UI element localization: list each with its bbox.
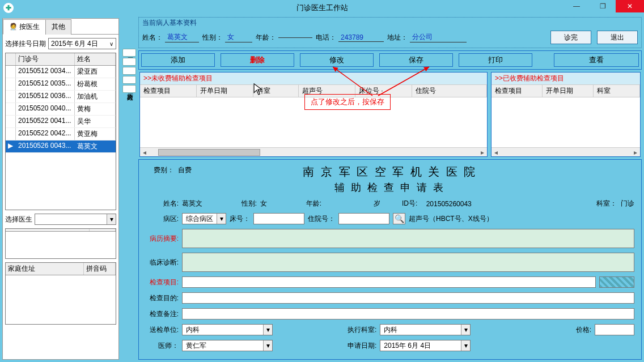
registration-row[interactable]: 20150522 0042...黄亚梅 [6, 128, 116, 140]
exam-request-form: 费别： 自费 南 京 军 区 空 军 机 关 医 院 辅 助 检 查 申 请 表… [138, 159, 642, 360]
form-subtitle: 辅 助 检 查 申 请 表 [146, 181, 634, 194]
unpaid-tests-table[interactable]: >>未收费辅助检查项目 检查项目 开单日期 科室 超声号 床位号 · 住院号 ◂… [139, 72, 488, 157]
bed-input[interactable] [253, 213, 304, 224]
horizontal-scrollbar-2[interactable]: ◂▸ [492, 147, 640, 156]
patient-sex: 女 [225, 32, 252, 42]
print-button[interactable]: 打印 [459, 53, 532, 67]
form-id: 201505260043 [426, 200, 472, 208]
view-button[interactable]: 查看 [554, 53, 639, 67]
unpaid-title: >>未收费辅助检查项目 [140, 73, 487, 85]
form-sex: 女 [260, 199, 267, 208]
add-button[interactable]: 添加 [141, 53, 215, 67]
registration-row[interactable]: 20150512 0034...梁亚西 [6, 66, 116, 78]
date-label: 选择挂号日期 [5, 39, 46, 49]
patient-address: 分公司 [410, 32, 467, 42]
delete-button[interactable]: 删除 [221, 53, 294, 67]
diagnosis-input[interactable] [182, 253, 634, 272]
col-clinic-no: 门诊号 [16, 53, 75, 65]
finish-button[interactable]: 诊完 [550, 31, 591, 44]
exam-items-input[interactable] [182, 276, 596, 288]
fee-type-value: 自费 [178, 166, 192, 174]
select-doctor-label: 选择医生 [5, 215, 32, 224]
patient-info-group: 当前病人基本资料 姓名：葛英文 性别：女 年龄： 电话：243789 地址：分公… [138, 17, 642, 48]
patient-age [278, 37, 312, 38]
date-picker[interactable]: 2015年 6月 4日∨ [48, 38, 116, 49]
patient-name: 葛英文 [165, 32, 199, 42]
vtab-history-rx[interactable]: 历次处方 [122, 85, 136, 93]
inhospital-input[interactable] [338, 213, 389, 224]
apply-date-picker[interactable]: 2015年 6月 4日▾ [380, 340, 471, 351]
patient-phone: 243789 [338, 33, 384, 42]
registration-row[interactable]: ▶20150526 0043...葛英文 [6, 140, 116, 153]
doctor-select-form[interactable]: 黄仁军▾ [182, 340, 273, 351]
vtab-aux-exam[interactable]: 辅助检查 [122, 76, 136, 84]
hospital-title: 南 京 军 区 空 军 机 关 医 院 [146, 164, 634, 180]
registration-row[interactable]: 20150512 0035...枌葛根 [6, 78, 116, 91]
form-dept: 门诊 [621, 199, 634, 207]
left-panel: 🧑‍⚕️ 按医生 其他 选择挂号日期 2015年 6月 4日∨ 门诊号 姓名 [2, 18, 119, 360]
registration-row[interactable]: 20150512 0036...加油机 [6, 91, 116, 103]
registration-row[interactable]: 20150520 0040...黄梅 [6, 103, 116, 116]
doctor-grid[interactable] [5, 228, 116, 259]
col-name: 姓名 [75, 53, 116, 65]
maximize-button[interactable]: ❐ [590, 0, 616, 12]
tab-by-doctor[interactable]: 🧑‍⚕️ 按医生 [3, 19, 46, 35]
patient-legend: 当前病人基本资料 [142, 19, 197, 27]
vtab-treatment[interactable]: 处置单 [122, 67, 136, 75]
form-name: 葛英文 [182, 199, 202, 208]
registration-row[interactable]: 20150522 0041...吴华 [6, 116, 116, 128]
close-button[interactable]: ✕ [616, 0, 644, 12]
address-grid[interactable]: 家庭住址 拼音码 [5, 262, 116, 325]
ward-select[interactable]: 综合病区▾ [182, 213, 226, 224]
vtab-medical-record[interactable]: 书写病历 [122, 49, 136, 57]
exit-button[interactable]: 退出 [597, 31, 638, 44]
search-icon-button[interactable]: 🔍 [393, 213, 405, 224]
side-tabs: 书写病历 处方录入 处置单 辅助检查 历次处方 [122, 17, 136, 360]
doctor-select[interactable]: ▾ [35, 214, 116, 225]
price-input[interactable] [595, 324, 634, 335]
send-unit-select[interactable]: 内科▾ [182, 324, 273, 335]
window-controls: — ❐ ✕ [564, 0, 644, 12]
title-bar: ✚ 门诊医生工作站 — ❐ ✕ [0, 0, 644, 16]
app-icon: ✚ [3, 3, 14, 13]
annotation-text: 点了修改之后，按保存 [304, 94, 391, 110]
notes-input[interactable] [182, 308, 634, 320]
save-button[interactable]: 保存 [379, 53, 453, 67]
modify-button[interactable]: 修改 [300, 53, 374, 67]
paid-tests-table[interactable]: >>已收费辅助检查项目 检查项目 开单日期 科室 ◂▸ [491, 72, 641, 157]
paid-title: >>已收费辅助检查项目 [492, 73, 640, 85]
minimize-button[interactable]: — [564, 0, 590, 12]
registration-grid[interactable]: 门诊号 姓名 20150512 0034...梁亚西20150512 0035.… [5, 53, 116, 210]
horizontal-scrollbar[interactable]: ◂▸ [140, 147, 487, 156]
vtab-prescription[interactable]: 处方录入 [122, 58, 136, 66]
summary-input[interactable] [182, 229, 634, 248]
window-title: 门诊医生工作站 [296, 3, 348, 13]
exam-items-picker[interactable] [599, 276, 634, 288]
tab-other[interactable]: 其他 [45, 19, 71, 35]
purpose-input[interactable] [182, 292, 634, 304]
exec-dept-select[interactable]: 内科▾ [380, 324, 471, 335]
